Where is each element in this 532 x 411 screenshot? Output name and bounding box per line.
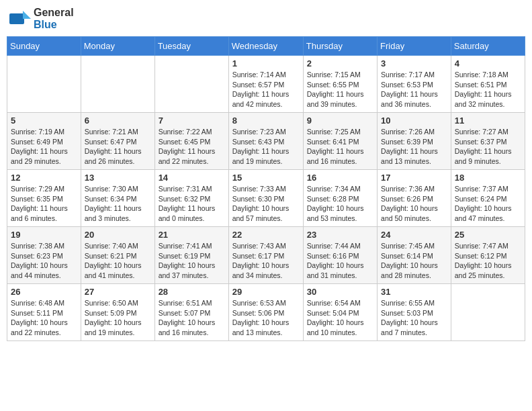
day-info: Sunrise: 6:48 AM Sunset: 5:11 PM Dayligh…: [11, 298, 77, 338]
day-number: 13: [85, 173, 151, 183]
day-number: 26: [11, 287, 77, 297]
logo: GeneralBlue: [9, 7, 74, 31]
day-info: Sunrise: 7:40 AM Sunset: 6:21 PM Dayligh…: [85, 241, 151, 281]
day-info: Sunrise: 7:33 AM Sunset: 6:30 PM Dayligh…: [232, 184, 300, 224]
day-info: Sunrise: 7:18 AM Sunset: 6:51 PM Dayligh…: [455, 70, 521, 109]
day-number: 17: [381, 173, 447, 183]
calendar-cell: 8Sunrise: 7:23 AM Sunset: 6:43 PM Daylig…: [228, 113, 303, 170]
day-info: Sunrise: 7:22 AM Sunset: 6:45 PM Dayligh…: [159, 127, 225, 167]
calendar-cell: 21Sunrise: 7:41 AM Sunset: 6:19 PM Dayli…: [154, 227, 228, 284]
calendar-cell: 28Sunrise: 6:51 AM Sunset: 5:07 PM Dayli…: [154, 284, 228, 341]
calendar-cell: 10Sunrise: 7:26 AM Sunset: 6:39 PM Dayli…: [378, 113, 451, 170]
day-info: Sunrise: 7:27 AM Sunset: 6:37 PM Dayligh…: [455, 127, 521, 167]
calendar-cell: 12Sunrise: 7:29 AM Sunset: 6:35 PM Dayli…: [7, 170, 81, 227]
calendar-cell: 23Sunrise: 7:44 AM Sunset: 6:16 PM Dayli…: [303, 227, 377, 284]
calendar-cell: 17Sunrise: 7:36 AM Sunset: 6:26 PM Dayli…: [378, 170, 451, 227]
day-number: 16: [307, 173, 373, 183]
day-of-week-header: Wednesday: [228, 37, 303, 56]
calendar-table: SundayMondayTuesdayWednesdayThursdayFrid…: [7, 36, 525, 341]
day-number: 4: [455, 58, 521, 68]
day-number: 14: [159, 173, 225, 183]
calendar-cell: 19Sunrise: 7:38 AM Sunset: 6:23 PM Dayli…: [7, 227, 81, 284]
day-number: 6: [85, 116, 151, 126]
day-number: 10: [381, 116, 447, 126]
calendar-cell: 27Sunrise: 6:50 AM Sunset: 5:09 PM Dayli…: [81, 284, 154, 341]
calendar-cell: 11Sunrise: 7:27 AM Sunset: 6:37 PM Dayli…: [451, 113, 525, 170]
day-number: 31: [381, 287, 447, 297]
calendar-cell: 18Sunrise: 7:37 AM Sunset: 6:24 PM Dayli…: [451, 170, 525, 227]
calendar-cell: 15Sunrise: 7:33 AM Sunset: 6:30 PM Dayli…: [228, 170, 303, 227]
logo-icon: [9, 8, 31, 30]
calendar-cell: 29Sunrise: 6:53 AM Sunset: 5:06 PM Dayli…: [228, 284, 303, 341]
day-info: Sunrise: 7:17 AM Sunset: 6:53 PM Dayligh…: [381, 70, 447, 109]
day-info: Sunrise: 7:25 AM Sunset: 6:41 PM Dayligh…: [307, 127, 373, 167]
calendar-cell: 5Sunrise: 7:19 AM Sunset: 6:49 PM Daylig…: [7, 113, 81, 170]
day-info: Sunrise: 6:54 AM Sunset: 5:04 PM Dayligh…: [307, 298, 373, 338]
svg-marker-1: [23, 11, 31, 19]
day-info: Sunrise: 7:44 AM Sunset: 6:16 PM Dayligh…: [307, 241, 373, 281]
calendar-cell: 31Sunrise: 6:55 AM Sunset: 5:03 PM Dayli…: [378, 284, 451, 341]
day-info: Sunrise: 7:19 AM Sunset: 6:49 PM Dayligh…: [11, 127, 77, 167]
day-number: 18: [455, 173, 521, 183]
day-of-week-header: Friday: [378, 37, 451, 56]
day-info: Sunrise: 7:41 AM Sunset: 6:19 PM Dayligh…: [159, 241, 225, 281]
day-number: 29: [232, 287, 300, 297]
day-number: 15: [232, 173, 300, 183]
calendar-cell: 7Sunrise: 7:22 AM Sunset: 6:45 PM Daylig…: [154, 113, 228, 170]
calendar-cell: [7, 56, 81, 113]
day-number: 1: [232, 58, 300, 68]
calendar-cell: 26Sunrise: 6:48 AM Sunset: 5:11 PM Dayli…: [7, 284, 81, 341]
calendar-cell: 16Sunrise: 7:34 AM Sunset: 6:28 PM Dayli…: [303, 170, 377, 227]
calendar-cell: 13Sunrise: 7:30 AM Sunset: 6:34 PM Dayli…: [81, 170, 154, 227]
day-info: Sunrise: 7:47 AM Sunset: 6:12 PM Dayligh…: [455, 241, 521, 281]
day-number: 25: [455, 230, 521, 240]
calendar-cell: [154, 56, 228, 113]
day-info: Sunrise: 7:36 AM Sunset: 6:26 PM Dayligh…: [381, 184, 447, 224]
day-of-week-header: Thursday: [303, 37, 377, 56]
calendar-week-row: 19Sunrise: 7:38 AM Sunset: 6:23 PM Dayli…: [7, 227, 525, 284]
calendar-cell: [451, 284, 525, 341]
day-info: Sunrise: 7:30 AM Sunset: 6:34 PM Dayligh…: [85, 184, 151, 224]
day-of-week-header: Sunday: [7, 37, 81, 56]
day-info: Sunrise: 7:29 AM Sunset: 6:35 PM Dayligh…: [11, 184, 77, 224]
day-number: 24: [381, 230, 447, 240]
day-info: Sunrise: 7:43 AM Sunset: 6:17 PM Dayligh…: [232, 241, 300, 281]
day-info: Sunrise: 6:50 AM Sunset: 5:09 PM Dayligh…: [85, 298, 151, 338]
day-info: Sunrise: 7:23 AM Sunset: 6:43 PM Dayligh…: [232, 127, 300, 167]
day-info: Sunrise: 7:37 AM Sunset: 6:24 PM Dayligh…: [455, 184, 521, 224]
day-number: 12: [11, 173, 77, 183]
day-number: 22: [232, 230, 300, 240]
day-of-week-header: Tuesday: [154, 37, 228, 56]
day-info: Sunrise: 6:53 AM Sunset: 5:06 PM Dayligh…: [232, 298, 300, 338]
calendar-cell: 14Sunrise: 7:31 AM Sunset: 6:32 PM Dayli…: [154, 170, 228, 227]
calendar-cell: [81, 56, 154, 113]
calendar-cell: 4Sunrise: 7:18 AM Sunset: 6:51 PM Daylig…: [451, 56, 525, 113]
page-header: GeneralBlue: [7, 7, 525, 31]
calendar-week-row: 1Sunrise: 7:14 AM Sunset: 6:57 PM Daylig…: [7, 56, 525, 113]
day-number: 21: [159, 230, 225, 240]
logo-text: GeneralBlue: [34, 7, 74, 31]
day-of-week-header: Saturday: [451, 37, 525, 56]
calendar-cell: 2Sunrise: 7:15 AM Sunset: 6:55 PM Daylig…: [303, 56, 377, 113]
calendar-cell: 6Sunrise: 7:21 AM Sunset: 6:47 PM Daylig…: [81, 113, 154, 170]
day-number: 2: [307, 58, 373, 68]
day-number: 27: [85, 287, 151, 297]
day-info: Sunrise: 7:26 AM Sunset: 6:39 PM Dayligh…: [381, 127, 447, 167]
day-info: Sunrise: 7:31 AM Sunset: 6:32 PM Dayligh…: [159, 184, 225, 224]
day-number: 11: [455, 116, 521, 126]
day-info: Sunrise: 7:21 AM Sunset: 6:47 PM Dayligh…: [85, 127, 151, 167]
calendar-cell: 30Sunrise: 6:54 AM Sunset: 5:04 PM Dayli…: [303, 284, 377, 341]
day-number: 28: [159, 287, 225, 297]
calendar-week-row: 5Sunrise: 7:19 AM Sunset: 6:49 PM Daylig…: [7, 113, 525, 170]
calendar-cell: 24Sunrise: 7:45 AM Sunset: 6:14 PM Dayli…: [378, 227, 451, 284]
day-number: 9: [307, 116, 373, 126]
calendar-cell: 25Sunrise: 7:47 AM Sunset: 6:12 PM Dayli…: [451, 227, 525, 284]
day-info: Sunrise: 6:51 AM Sunset: 5:07 PM Dayligh…: [159, 298, 225, 338]
day-number: 3: [381, 58, 447, 68]
calendar-cell: 20Sunrise: 7:40 AM Sunset: 6:21 PM Dayli…: [81, 227, 154, 284]
day-number: 8: [232, 116, 300, 126]
day-number: 20: [85, 230, 151, 240]
day-info: Sunrise: 7:14 AM Sunset: 6:57 PM Dayligh…: [232, 70, 300, 109]
day-number: 23: [307, 230, 373, 240]
svg-rect-0: [9, 13, 24, 24]
